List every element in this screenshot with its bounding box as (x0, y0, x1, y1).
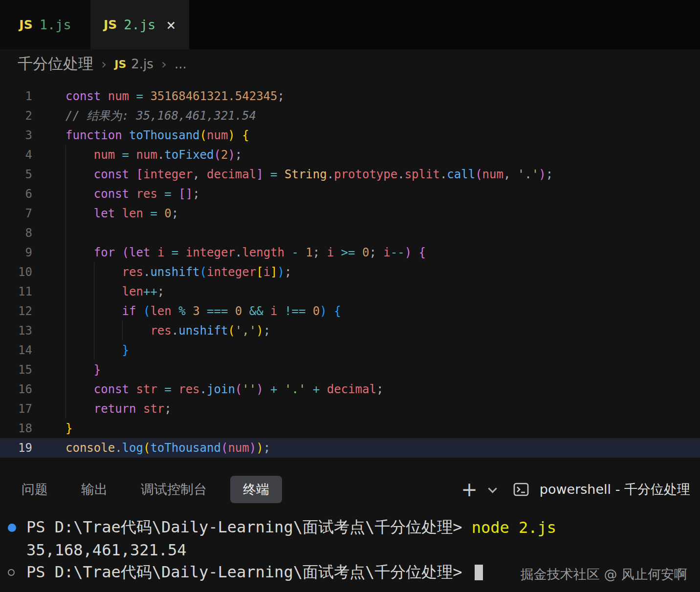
indent-guide (122, 321, 123, 340)
line-number: 19 (0, 438, 32, 458)
code-line[interactable]: 5 const [integer, decimal] = String.prot… (0, 165, 700, 184)
line-number: 9 (0, 243, 32, 262)
line-number: 14 (0, 340, 32, 360)
terminal-line: PS D:\Trae代码\Daily-Learning\面试考点\千分位处理> … (8, 516, 700, 539)
breadcrumb-separator: › (101, 56, 107, 72)
breadcrumb-item-more[interactable]: ... (175, 57, 187, 71)
code-line[interactable]: 14 } (0, 340, 700, 360)
code-line[interactable]: 3function toThousand(num) { (0, 126, 700, 145)
line-number: 8 (0, 223, 32, 243)
terminal-text: 35,168,461,321.54 (26, 541, 187, 559)
line-number: 18 (0, 419, 32, 438)
code-line[interactable]: 12 if (len % 3 === 0 && i !== 0) { (0, 301, 700, 321)
tab-2.js[interactable]: JS2.js× (91, 0, 189, 49)
tab-1.js[interactable]: JS1.js (0, 0, 91, 49)
terminal-cursor (475, 565, 483, 580)
code-line[interactable]: 15 } (0, 360, 700, 380)
code-line[interactable]: 17 return str; (0, 399, 700, 419)
code-text: const [integer, decimal] = String.protot… (66, 165, 553, 184)
close-icon[interactable]: × (166, 17, 175, 33)
code-text: if (len % 3 === 0 && i !== 0) { (66, 301, 341, 321)
line-number: 11 (0, 282, 32, 301)
code-text: return str; (66, 399, 172, 419)
line-number: 6 (0, 184, 32, 204)
indent-guide (66, 145, 66, 165)
watermark: 掘金技术社区 @ 风止何安啊 (521, 566, 687, 583)
code-line[interactable]: 13 res.unshift(','); (0, 321, 700, 340)
breadcrumb-item-file[interactable]: JS2.js (114, 57, 153, 71)
panel-tab-problems[interactable]: 问题 (20, 476, 50, 503)
js-file-icon: JS (19, 18, 32, 32)
code-text: console.log(toThousand(num)); (66, 438, 270, 458)
indent-guide (66, 223, 66, 243)
code-text: // 结果为: 35,168,461,321.54 (66, 106, 256, 126)
indent-guide (66, 321, 66, 340)
tab-label: 1.js (40, 17, 71, 32)
terminal-pending-ring-icon (8, 569, 26, 576)
indent-guide (66, 360, 66, 380)
indent-guide (94, 340, 94, 360)
indent-guide (66, 184, 66, 204)
code-text: for (let i = integer.length - 1; i >= 0;… (66, 243, 426, 262)
terminal-session-label[interactable]: powershell - 千分位处理 (540, 481, 690, 498)
code-text: function toThousand(num) { (66, 126, 249, 145)
code-line[interactable]: 18} (0, 419, 700, 438)
js-file-icon: JS (104, 18, 117, 32)
code-line[interactable]: 2// 结果为: 35,168,461,321.54 (0, 106, 700, 126)
panel-tab-output[interactable]: 输出 (79, 476, 109, 503)
indent-guide (66, 282, 66, 301)
code-line[interactable]: 4 num = num.toFixed(2); (0, 145, 700, 165)
terminal-command-text: node 2.js (472, 518, 556, 537)
panel-actions: + powershell - 千分位处理 (461, 480, 690, 499)
line-number: 17 (0, 399, 32, 419)
indent-guide (94, 262, 94, 282)
code-line[interactable]: 1const num = 35168461321.542345; (0, 86, 700, 106)
indent-guide (94, 321, 94, 340)
new-terminal-button[interactable]: + (461, 480, 478, 499)
line-number: 4 (0, 145, 32, 165)
terminal-icon (513, 483, 529, 496)
code-line[interactable]: 16 const str = res.join('') + '.' + deci… (0, 380, 700, 399)
panel-tab-terminal[interactable]: 终端 (230, 476, 282, 503)
tab-bar: JS1.jsJS2.js× (0, 0, 700, 49)
indent-guide (66, 399, 66, 419)
breadcrumb-item-folder[interactable]: 千分位处理 (18, 54, 93, 74)
code-line[interactable]: 10 res.unshift(integer[i]); (0, 262, 700, 282)
code-line[interactable]: 9 for (let i = integer.length - 1; i >= … (0, 243, 700, 262)
code-line[interactable]: 11 len++; (0, 282, 700, 301)
indent-guide (94, 301, 94, 321)
code-line[interactable]: 19console.log(toThousand(num)); (0, 438, 700, 458)
code-text: len++; (66, 282, 164, 301)
terminal-text: PS D:\Trae代码\Daily-Learning\面试考点\千分位处理> (26, 517, 472, 538)
code-text: } (66, 340, 129, 360)
code-text: res.unshift(','); (66, 321, 270, 340)
code-line[interactable]: 6 const res = []; (0, 184, 700, 204)
code-text: num = num.toFixed(2); (66, 145, 242, 165)
ide-window: JS1.jsJS2.js× 千分位处理›JS2.js›... 1const nu… (0, 0, 700, 584)
line-number: 3 (0, 126, 32, 145)
code-line[interactable]: 8 (0, 223, 700, 243)
code-text: } (66, 419, 72, 438)
indent-guide (66, 204, 66, 223)
code-text: const res = []; (66, 184, 200, 204)
chevron-down-icon[interactable] (488, 484, 497, 493)
line-number: 5 (0, 165, 32, 184)
line-number: 15 (0, 360, 32, 380)
code-editor[interactable]: 1const num = 35168461321.542345;2// 结果为:… (0, 79, 700, 470)
code-text: } (66, 360, 101, 380)
indent-guide (66, 380, 66, 399)
code-text: res.unshift(integer[i]); (66, 262, 291, 282)
panel-tab-bar: 问题输出调试控制台终端 (20, 476, 304, 503)
line-number: 2 (0, 106, 32, 126)
terminal-text: PS D:\Trae代码\Daily-Learning\面试考点\千分位处理> (26, 562, 472, 583)
indent-guide (66, 301, 66, 321)
indent-guide (66, 340, 66, 360)
breadcrumb-separator: › (161, 56, 167, 72)
panel-tab-debug-console[interactable]: 调试控制台 (139, 476, 209, 503)
line-number: 10 (0, 262, 32, 282)
code-line[interactable]: 7 let len = 0; (0, 204, 700, 223)
indent-guide (94, 282, 94, 301)
code-text: const str = res.join('') + '.' + decimal… (66, 380, 383, 399)
indent-guide (66, 262, 66, 282)
code-text: let len = 0; (66, 204, 178, 223)
